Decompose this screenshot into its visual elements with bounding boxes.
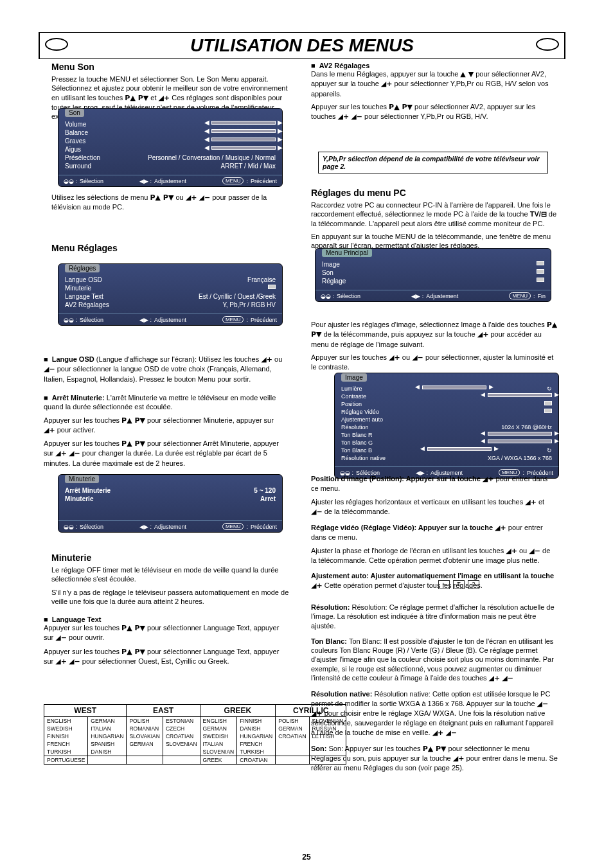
volup-icon [432,729,444,737]
heading-minuterie: Minuterie [51,553,91,563]
page-title: UTILISATION DES MENUS [39,32,565,59]
autoadj-icon-c: ? [468,580,479,589]
language-table: WEST EAST GREEK CYRILLIC ENGLISHGERMAN P… [44,704,346,765]
voldn-icon [351,112,362,121]
voldn-icon [69,449,80,457]
section-pc: Réglages du menu PC Raccordez votre PC a… [311,188,558,250]
volup-icon [311,581,323,590]
voldn-icon [44,365,55,373]
osd-min-tab: Minuterie [65,475,99,483]
osd-reg-tab: Réglages [65,264,100,272]
volup-icon [525,498,537,506]
volup-icon [261,355,272,364]
pupdn-icon [121,439,145,448]
reso-para: Résolution: Résolution: Ce réglage perme… [311,603,558,773]
section-langtext: Language Text Appuyer sur les touches po… [44,616,288,666]
av2-note-box: Y,Pb,Pr sélection dépend de la compatibi… [318,152,548,173]
voldn-icon [311,508,323,516]
tv-input-icon: TV/⊟ [530,210,547,218]
voldn-icon [199,193,210,202]
volup-icon [489,674,501,682]
foot-prev: MENU : Précédent [222,177,277,184]
autoadj-icon-b: T [453,580,465,589]
foot-sel: ◒◒ : Sélection [64,177,103,184]
voldn-icon [69,657,80,666]
osd-image: Image Lumière↻ Contraste Position Réglag… [334,373,559,479]
pupdn-icon [121,416,145,425]
pupdn-icon [389,103,413,111]
tiny-icon-row: − T ? [438,580,481,589]
image-para: Pour ajuster les réglages d'image, sélec… [311,320,558,371]
voldn-icon [502,674,513,682]
volup-icon [55,657,67,666]
voldn-icon [445,729,457,737]
volup-icon [483,475,494,483]
autoadj-icon-a: − [438,580,450,589]
volup-icon [338,112,350,121]
heading-pc: Réglages du menu PC [311,188,406,198]
volup-icon [55,449,67,457]
volup-icon [506,547,517,555]
voldn-icon [529,547,540,555]
volup-icon [477,330,489,339]
heading-son: Menu Son [51,62,94,72]
pupdn-icon [121,624,145,632]
osd-main: Menu Principal Image Son Réglage ◒◒ : Sé… [315,248,551,302]
pupdn-icon [125,94,148,102]
voldn-icon [55,633,67,642]
page-number: 25 [0,853,613,862]
volup-icon [186,193,197,202]
pupdn-icon [150,193,173,202]
volup-icon [381,80,393,88]
osd-reglages: Réglages Langue OSDFrançaise Minuterie L… [58,263,283,326]
osd-image-tab: Image [341,373,367,382]
volup-icon [159,94,170,102]
section-reglages: Menu Réglages [51,243,289,256]
page-title-text: UTILISATION DES MENUS [190,35,414,55]
son-para2: Utilisez les sélections de menu ou pour … [51,193,289,212]
bullet-icon: Arrêt Minuterie: [44,394,105,402]
voldn-icon [412,353,423,362]
reg-bullet2: Arrêt Minuterie: L'arrêt Minuterie va me… [44,393,285,468]
volup-icon [453,754,465,763]
updn-icon [460,70,474,78]
volup-icon [44,426,55,434]
bar [211,121,276,125]
bullet-icon: Langue OSD [44,355,94,363]
bullet-icon: Language Text [44,616,101,623]
bullet-icon: AV2 Régalages [311,62,369,69]
osd-main-tab: Menu Principal [322,249,372,257]
enter-dot-icon [537,261,544,265]
oval-left [45,38,68,51]
osd-son: Son Volume Balance Graves Aigus Présélec… [58,108,283,187]
section-av2: AV2 Régalages Dans le menu Réglages, app… [311,62,558,121]
oval-right [536,38,559,51]
osd-minuterie: Minuterie Arrêt Minuterie5 ~ 120 Minuter… [58,474,283,533]
foot-adj: ◀▶ : Adjustement [139,177,186,184]
section-minuterie2: Minuterie Le réglage OFF timer met le té… [51,553,289,606]
pupdn-icon [423,745,447,753]
volup-icon [495,524,506,532]
enter-dot-icon [268,285,276,289]
position-para: Position d'image (Position): Appuyer sur… [311,474,555,590]
heading-reglages: Menu Réglages [51,243,118,253]
reg-bullet1: Langue OSD (Langue d'affichage sur l'écr… [44,355,285,384]
voldn-icon [537,700,549,708]
volup-icon [389,353,400,362]
pupdn-icon [121,648,145,656]
osd-son-tab: Son [65,109,84,117]
volup-icon [311,709,323,718]
